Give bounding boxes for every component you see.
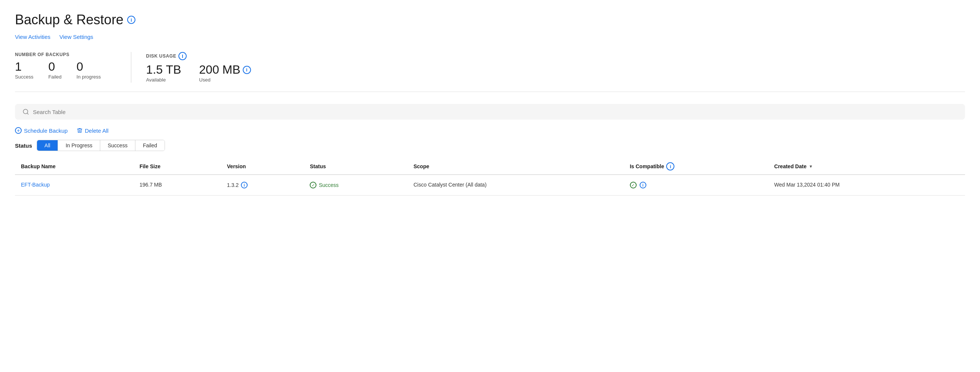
col-status: Status <box>304 159 407 175</box>
cell-version: 1.3.2 i <box>221 175 304 196</box>
disk-stat-group: DISK USAGE i 1.5 TB Available 200 MB i U… <box>146 52 251 83</box>
toolbar: + Schedule Backup Delete All <box>15 127 965 134</box>
status-text: Success <box>319 182 339 188</box>
page-title-row: Backup & Restore i <box>15 12 965 28</box>
nav-links: View Activities View Settings <box>15 33 965 40</box>
sort-icon[interactable]: ▼ <box>809 164 813 169</box>
available-stat: 1.5 TB Available <box>146 63 181 83</box>
filter-tab-success[interactable]: Success <box>100 140 135 151</box>
version-info-icon[interactable]: i <box>241 182 248 188</box>
svg-line-1 <box>27 113 28 114</box>
filter-tab-in-progress[interactable]: In Progress <box>58 140 100 151</box>
page-title: Backup & Restore <box>15 12 123 28</box>
backup-name-link[interactable]: EFT-Backup <box>21 182 50 188</box>
search-input[interactable] <box>33 109 958 115</box>
failed-label: Failed <box>48 74 61 79</box>
table-row: EFT-Backup 196.7 MB 1.3.2 i Success Cisc… <box>15 175 965 196</box>
page-container: Backup & Restore i View Activities View … <box>0 0 980 208</box>
delete-all-button[interactable]: Delete All <box>77 127 108 134</box>
success-value: 1 <box>15 60 33 73</box>
col-backup-name: Backup Name <box>15 159 134 175</box>
filter-tab-all[interactable]: All <box>37 140 58 151</box>
cell-backup-name: EFT-Backup <box>15 175 134 196</box>
success-label: Success <box>15 74 33 79</box>
col-created-date: Created Date ▼ <box>768 159 965 175</box>
view-settings-link[interactable]: View Settings <box>59 33 94 40</box>
version-text: 1.3.2 <box>227 182 239 188</box>
cell-scope: Cisco Catalyst Center (All data) <box>408 175 624 196</box>
cell-is-compatible: i <box>624 175 768 196</box>
col-version: Version <box>221 159 304 175</box>
col-file-size: File Size <box>134 159 221 175</box>
filter-tab-failed[interactable]: Failed <box>135 140 165 151</box>
table-header-row: Backup Name File Size Version Status Sco… <box>15 159 965 175</box>
used-value: 200 MB <box>199 63 240 76</box>
schedule-backup-button[interactable]: + Schedule Backup <box>15 127 68 134</box>
used-stat: 200 MB i Used <box>199 63 251 83</box>
disk-label: DISK USAGE i <box>146 52 251 60</box>
cell-created-date: Wed Mar 13,2024 01:40 PM <box>768 175 965 196</box>
in-progress-stat: 0 In progress <box>77 60 101 79</box>
cell-status: Success <box>304 175 407 196</box>
cell-file-size: 196.7 MB <box>134 175 221 196</box>
page-info-icon[interactable]: i <box>127 16 135 24</box>
backups-label: NUMBER OF BACKUPS <box>15 52 101 57</box>
plus-circle-icon: + <box>15 127 22 134</box>
disk-info-icon[interactable]: i <box>178 52 187 60</box>
compatible-check-icon <box>630 182 636 188</box>
stats-section: NUMBER OF BACKUPS 1 Success 0 Failed 0 I… <box>15 52 965 92</box>
failed-value: 0 <box>48 60 61 73</box>
filter-label: Status <box>15 142 32 149</box>
backups-stat-group: NUMBER OF BACKUPS 1 Success 0 Failed 0 I… <box>15 52 116 83</box>
success-check-icon <box>310 182 317 188</box>
used-label: Used <box>199 77 251 83</box>
stat-numbers: 1 Success 0 Failed 0 In progress <box>15 60 101 79</box>
filter-tabs: All In Progress Success Failed <box>37 140 165 151</box>
trash-icon <box>77 127 83 134</box>
used-info-icon[interactable]: i <box>243 66 251 74</box>
available-value: 1.5 TB <box>146 63 181 76</box>
compatible-info-icon-row[interactable]: i <box>640 182 646 188</box>
disk-numbers: 1.5 TB Available 200 MB i Used <box>146 63 251 83</box>
in-progress-label: In progress <box>77 74 101 79</box>
failed-stat: 0 Failed <box>48 60 61 79</box>
compatible-info-icon[interactable]: i <box>666 162 675 170</box>
view-activities-link[interactable]: View Activities <box>15 33 51 40</box>
backup-table: Backup Name File Size Version Status Sco… <box>15 159 965 196</box>
success-stat: 1 Success <box>15 60 33 79</box>
filter-row: Status All In Progress Success Failed <box>15 140 965 151</box>
col-is-compatible: Is Compatible i <box>624 159 768 175</box>
available-label: Available <box>146 77 181 83</box>
search-bar <box>15 104 965 120</box>
col-scope: Scope <box>408 159 624 175</box>
search-icon <box>22 108 29 115</box>
stats-divider <box>131 52 131 83</box>
in-progress-value: 0 <box>77 60 101 73</box>
